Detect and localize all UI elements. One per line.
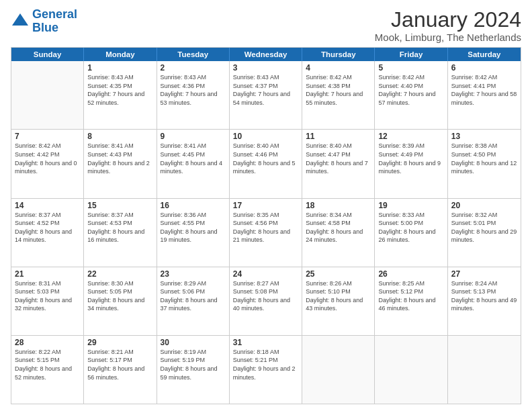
calendar-cell: 21Sunrise: 8:31 AM Sunset: 5:03 PM Dayli… (11, 267, 84, 335)
calendar-cell: 15Sunrise: 8:37 AM Sunset: 4:53 PM Dayli… (84, 199, 157, 267)
day-number: 16 (161, 201, 226, 210)
cell-details: Sunrise: 8:33 AM Sunset: 5:00 PM Dayligh… (378, 211, 443, 244)
header: GeneralBlue January 2024 Mook, Limburg, … (11, 8, 521, 43)
calendar-cell (375, 336, 447, 404)
calendar-row: 7Sunrise: 8:42 AM Sunset: 4:42 PM Daylig… (11, 130, 521, 198)
day-number: 23 (161, 269, 226, 279)
day-number: 21 (15, 269, 80, 279)
calendar-cell: 11Sunrise: 8:40 AM Sunset: 4:47 PM Dayli… (302, 130, 375, 197)
cell-details: Sunrise: 8:41 AM Sunset: 4:43 PM Dayligh… (87, 142, 152, 175)
calendar-cell: 13Sunrise: 8:38 AM Sunset: 4:50 PM Dayli… (448, 130, 521, 197)
cell-details: Sunrise: 8:37 AM Sunset: 4:52 PM Dayligh… (15, 211, 80, 244)
header-cell-wednesday: Wednesday (230, 48, 302, 61)
day-number: 19 (378, 201, 443, 210)
calendar-cell: 9Sunrise: 8:41 AM Sunset: 4:45 PM Daylig… (157, 130, 230, 197)
logo-icon (11, 12, 30, 31)
calendar-cell: 4Sunrise: 8:42 AM Sunset: 4:38 PM Daylig… (302, 61, 375, 129)
day-number: 18 (306, 201, 371, 210)
calendar-cell: 28Sunrise: 8:22 AM Sunset: 5:15 PM Dayli… (11, 336, 84, 404)
cell-details: Sunrise: 8:35 AM Sunset: 4:56 PM Dayligh… (233, 211, 298, 244)
cell-details: Sunrise: 8:43 AM Sunset: 4:35 PM Dayligh… (87, 73, 152, 107)
calendar-cell: 31Sunrise: 8:18 AM Sunset: 5:21 PM Dayli… (230, 336, 302, 404)
calendar-cell: 16Sunrise: 8:36 AM Sunset: 4:55 PM Dayli… (157, 199, 230, 267)
day-number: 3 (233, 63, 298, 73)
day-number: 17 (233, 201, 298, 210)
cell-details: Sunrise: 8:27 AM Sunset: 5:08 PM Dayligh… (233, 279, 298, 313)
day-number: 26 (378, 269, 443, 279)
day-number: 9 (161, 132, 226, 141)
day-number: 1 (87, 63, 152, 73)
cell-details: Sunrise: 8:19 AM Sunset: 5:19 PM Dayligh… (161, 348, 226, 381)
day-number: 4 (306, 63, 371, 73)
calendar-cell (11, 61, 84, 129)
calendar-cell: 18Sunrise: 8:34 AM Sunset: 4:58 PM Dayli… (302, 199, 375, 267)
calendar-cell: 6Sunrise: 8:42 AM Sunset: 4:41 PM Daylig… (448, 61, 521, 129)
header-cell-monday: Monday (84, 48, 157, 61)
cell-details: Sunrise: 8:21 AM Sunset: 5:17 PM Dayligh… (87, 348, 152, 381)
logo: GeneralBlue (11, 8, 77, 35)
cell-details: Sunrise: 8:43 AM Sunset: 4:36 PM Dayligh… (161, 73, 226, 107)
cell-details: Sunrise: 8:34 AM Sunset: 4:58 PM Dayligh… (306, 211, 371, 244)
calendar-cell: 24Sunrise: 8:27 AM Sunset: 5:08 PM Dayli… (230, 267, 302, 335)
calendar-cell: 3Sunrise: 8:43 AM Sunset: 4:37 PM Daylig… (230, 61, 302, 129)
calendar-cell: 1Sunrise: 8:43 AM Sunset: 4:35 PM Daylig… (84, 61, 157, 129)
calendar-cell: 25Sunrise: 8:26 AM Sunset: 5:10 PM Dayli… (302, 267, 375, 335)
calendar-cell: 7Sunrise: 8:42 AM Sunset: 4:42 PM Daylig… (11, 130, 84, 197)
day-number: 8 (87, 132, 152, 141)
header-cell-friday: Friday (375, 48, 447, 61)
cell-details: Sunrise: 8:26 AM Sunset: 5:10 PM Dayligh… (306, 279, 371, 313)
day-number: 31 (233, 338, 298, 347)
cell-details: Sunrise: 8:40 AM Sunset: 4:47 PM Dayligh… (306, 142, 371, 175)
cell-details: Sunrise: 8:29 AM Sunset: 5:06 PM Dayligh… (161, 279, 226, 313)
calendar-cell: 29Sunrise: 8:21 AM Sunset: 5:17 PM Dayli… (84, 336, 157, 404)
day-number: 2 (161, 63, 226, 73)
day-number: 20 (451, 201, 517, 210)
day-number: 10 (233, 132, 298, 141)
calendar-cell: 26Sunrise: 8:25 AM Sunset: 5:12 PM Dayli… (375, 267, 447, 335)
title-block: January 2024 Mook, Limburg, The Netherla… (375, 8, 521, 43)
day-number: 14 (15, 201, 80, 210)
cell-details: Sunrise: 8:42 AM Sunset: 4:42 PM Dayligh… (15, 142, 80, 175)
cell-details: Sunrise: 8:37 AM Sunset: 4:53 PM Dayligh… (87, 211, 152, 244)
day-number: 11 (306, 132, 371, 141)
cell-details: Sunrise: 8:30 AM Sunset: 5:05 PM Dayligh… (87, 279, 152, 313)
calendar-cell: 14Sunrise: 8:37 AM Sunset: 4:52 PM Dayli… (11, 199, 84, 267)
calendar-row: 21Sunrise: 8:31 AM Sunset: 5:03 PM Dayli… (11, 267, 521, 336)
day-number: 22 (87, 269, 152, 279)
cell-details: Sunrise: 8:18 AM Sunset: 5:21 PM Dayligh… (233, 348, 298, 381)
calendar-cell: 22Sunrise: 8:30 AM Sunset: 5:05 PM Dayli… (84, 267, 157, 335)
header-cell-thursday: Thursday (302, 48, 375, 61)
calendar-cell: 2Sunrise: 8:43 AM Sunset: 4:36 PM Daylig… (157, 61, 230, 129)
header-cell-sunday: Sunday (11, 48, 84, 61)
main-title: January 2024 (375, 8, 521, 32)
calendar-cell: 17Sunrise: 8:35 AM Sunset: 4:56 PM Dayli… (230, 199, 302, 267)
calendar-row: 14Sunrise: 8:37 AM Sunset: 4:52 PM Dayli… (11, 199, 521, 267)
calendar-body: 1Sunrise: 8:43 AM Sunset: 4:35 PM Daylig… (11, 61, 521, 404)
day-number: 25 (306, 269, 371, 279)
day-number: 7 (15, 132, 80, 141)
cell-details: Sunrise: 8:22 AM Sunset: 5:15 PM Dayligh… (15, 348, 80, 381)
calendar-cell: 10Sunrise: 8:40 AM Sunset: 4:46 PM Dayli… (230, 130, 302, 197)
calendar-cell: 5Sunrise: 8:42 AM Sunset: 4:40 PM Daylig… (375, 61, 447, 129)
cell-details: Sunrise: 8:42 AM Sunset: 4:40 PM Dayligh… (378, 73, 443, 107)
calendar-cell: 27Sunrise: 8:24 AM Sunset: 5:13 PM Dayli… (448, 267, 521, 335)
day-number: 29 (87, 338, 152, 347)
cell-details: Sunrise: 8:25 AM Sunset: 5:12 PM Dayligh… (378, 279, 443, 313)
cell-details: Sunrise: 8:24 AM Sunset: 5:13 PM Dayligh… (451, 279, 517, 313)
cell-details: Sunrise: 8:43 AM Sunset: 4:37 PM Dayligh… (233, 73, 298, 107)
cell-details: Sunrise: 8:42 AM Sunset: 4:38 PM Dayligh… (306, 73, 371, 107)
cell-details: Sunrise: 8:39 AM Sunset: 4:49 PM Dayligh… (378, 142, 443, 175)
calendar-cell (302, 336, 375, 404)
calendar-cell: 23Sunrise: 8:29 AM Sunset: 5:06 PM Dayli… (157, 267, 230, 335)
svg-rect-1 (17, 21, 23, 26)
subtitle: Mook, Limburg, The Netherlands (375, 32, 521, 43)
calendar-cell: 19Sunrise: 8:33 AM Sunset: 5:00 PM Dayli… (375, 199, 447, 267)
day-number: 24 (233, 269, 298, 279)
cell-details: Sunrise: 8:31 AM Sunset: 5:03 PM Dayligh… (15, 279, 80, 313)
calendar-cell: 20Sunrise: 8:32 AM Sunset: 5:01 PM Dayli… (448, 199, 521, 267)
calendar-cell (448, 336, 521, 404)
calendar-cell: 30Sunrise: 8:19 AM Sunset: 5:19 PM Dayli… (157, 336, 230, 404)
cell-details: Sunrise: 8:41 AM Sunset: 4:45 PM Dayligh… (161, 142, 226, 175)
cell-details: Sunrise: 8:42 AM Sunset: 4:41 PM Dayligh… (451, 73, 517, 107)
calendar: SundayMondayTuesdayWednesdayThursdayFrid… (11, 47, 521, 404)
